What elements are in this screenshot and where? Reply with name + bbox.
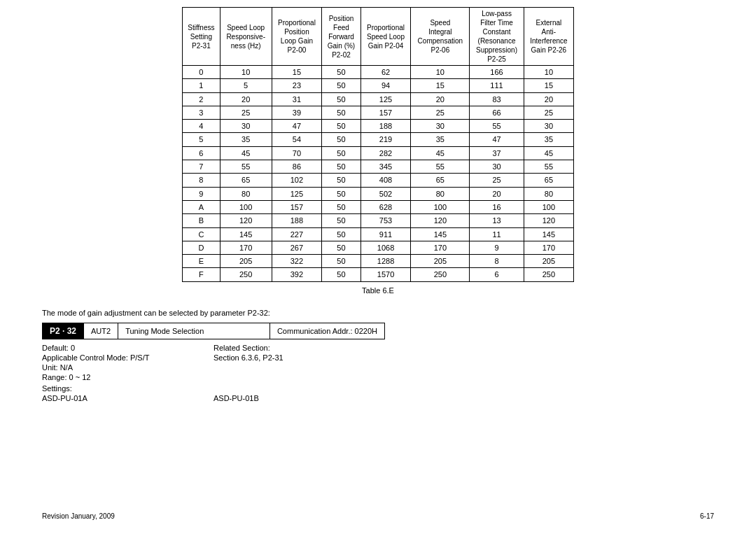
table-cell: 45 <box>411 146 470 160</box>
table-cell: 47 <box>470 133 524 146</box>
footer-right: 6-17 <box>700 512 714 520</box>
param-id: P2 · 32 <box>43 323 83 339</box>
table-cell: 30 <box>220 120 272 133</box>
table-cell: 7 <box>183 160 220 174</box>
table-cell: 188 <box>360 120 411 133</box>
table-cell: 35 <box>524 133 573 146</box>
table-cell: 50 <box>322 106 360 119</box>
table-cell: 16 <box>470 200 524 213</box>
table-row: 6457050282453745 <box>183 146 574 160</box>
param-block: P2 · 32 AUT2 Tuning Mode Selection Commu… <box>42 323 385 339</box>
table-cell: 50 <box>322 92 360 106</box>
col-header-speed-loop: Speed LoopResponsive-ness (Hz) <box>220 8 272 66</box>
table-cell: 70 <box>272 146 322 160</box>
table-row: 2203150125208320 <box>183 92 574 106</box>
table-cell: 10 <box>524 66 573 79</box>
footer: Revision January, 2009 6-17 <box>42 512 714 520</box>
table-cell: 20 <box>470 187 524 200</box>
table-cell: 66 <box>470 106 524 119</box>
table-cell: 50 <box>322 160 360 174</box>
table-cell: 55 <box>411 160 470 174</box>
table-cell: 50 <box>322 227 360 241</box>
table-cell: 15 <box>411 79 470 92</box>
table-cell: D <box>183 241 220 254</box>
table-row: B1201885075312013120 <box>183 214 574 227</box>
table-caption: Table 6.E <box>42 286 714 295</box>
table-cell: 50 <box>322 146 360 160</box>
col-header-lowpass: Low-passFilter TimeConstant(ResonanceSup… <box>470 8 524 66</box>
table-cell: 8 <box>183 174 220 187</box>
table-cell: 145 <box>220 227 272 241</box>
table-cell: 20 <box>220 92 272 106</box>
table-cell: 111 <box>470 79 524 92</box>
table-cell: 6 <box>183 146 220 160</box>
table-cell: 30 <box>470 160 524 174</box>
table-cell: 35 <box>220 133 272 146</box>
table-row: 3253950157256625 <box>183 106 574 119</box>
table-cell: 8 <box>470 255 524 268</box>
table-cell: 100 <box>220 200 272 213</box>
table-cell: 9 <box>183 187 220 200</box>
param-comm: Communication Addr.: 0220H <box>270 323 384 339</box>
table-cell: 20 <box>524 92 573 106</box>
param-related: Related Section: <box>214 344 385 352</box>
table-cell: 5 <box>183 133 220 146</box>
table-row: 7558650345553055 <box>183 160 574 174</box>
table-cell: 55 <box>470 120 524 133</box>
table-cell: 267 <box>272 241 322 254</box>
table-cell: 25 <box>470 174 524 187</box>
table-cell: 50 <box>322 79 360 92</box>
table-cell: 31 <box>272 92 322 106</box>
table-cell: 753 <box>360 214 411 227</box>
table-cell: 50 <box>322 241 360 254</box>
table-row: C1452275091114511145 <box>183 227 574 241</box>
table-cell: 250 <box>220 268 272 281</box>
table-cell: 250 <box>524 268 573 281</box>
table-cell: 219 <box>360 133 411 146</box>
table-cell: A <box>183 200 220 213</box>
table-cell: 37 <box>470 146 524 160</box>
table-cell: C <box>183 227 220 241</box>
table-cell: 30 <box>411 120 470 133</box>
table-cell: 1288 <box>360 255 411 268</box>
table-cell: E <box>183 255 220 268</box>
table-cell: 83 <box>470 92 524 106</box>
table-cell: 11 <box>470 227 524 241</box>
table-cell: 345 <box>360 160 411 174</box>
param-settings-label: Settings: <box>42 384 385 393</box>
gain-table: StiffnessSettingP2-31 Speed LoopResponsi… <box>182 7 574 282</box>
table-cell: 322 <box>272 255 322 268</box>
col-header-pos-feed: PositionFeedForwardGain (%)P2-02 <box>322 8 360 66</box>
param-applicable: Applicable Control Mode: P/S/T <box>42 353 214 362</box>
table-cell: 94 <box>360 79 411 92</box>
table-cell: B <box>183 214 220 227</box>
param-name: Tuning Mode Selection <box>118 323 270 339</box>
table-cell: 50 <box>322 268 360 281</box>
param-range: Range: 0 ~ 12 <box>42 373 214 381</box>
table-cell: 120 <box>411 214 470 227</box>
col-header-prop-pos: ProportionalPositionLoop GainP2-00 <box>272 8 322 66</box>
table-cell: 170 <box>524 241 573 254</box>
table-cell: 205 <box>524 255 573 268</box>
table-row: 5355450219354735 <box>183 133 574 146</box>
table-row: 152350941511115 <box>183 79 574 92</box>
table-cell: 15 <box>524 79 573 92</box>
param-aut: AUT2 <box>83 323 118 339</box>
table-cell: 50 <box>322 200 360 213</box>
table-cell: 50 <box>322 66 360 79</box>
table-cell: 120 <box>220 214 272 227</box>
table-cell: 170 <box>220 241 272 254</box>
table-row: E2053225012882058205 <box>183 255 574 268</box>
param-settings-a: ASD-PU-01A <box>42 394 214 402</box>
table-cell: 157 <box>272 200 322 213</box>
table-cell: 35 <box>411 133 470 146</box>
table-cell: 45 <box>220 146 272 160</box>
table-cell: 166 <box>470 66 524 79</box>
table-cell: 1068 <box>360 241 411 254</box>
table-cell: 50 <box>322 133 360 146</box>
table-cell: 4 <box>183 120 220 133</box>
table-cell: 86 <box>272 160 322 174</box>
param-unit: Unit: N/A <box>42 363 214 372</box>
table-cell: 50 <box>322 255 360 268</box>
table-cell: 628 <box>360 200 411 213</box>
